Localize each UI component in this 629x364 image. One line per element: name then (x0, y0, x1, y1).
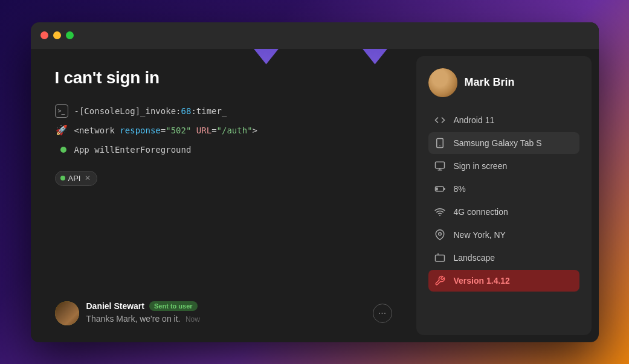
sent-badge: Sent to user (149, 301, 198, 311)
message-body: Daniel Stewart Sent to user Thanks Mark,… (86, 301, 366, 324)
log-network-text: <network response="502" URL="/auth"> (74, 126, 258, 135)
info-row-connection[interactable]: 4G connection (428, 201, 579, 223)
info-list: Android 11 Samsung Galaxy Tab S (428, 109, 579, 292)
message-author: Daniel Stewart (86, 301, 144, 311)
svg-point-7 (438, 232, 441, 235)
svg-rect-5 (436, 187, 437, 190)
svg-rect-2 (435, 162, 444, 168)
message-time: Now (185, 315, 200, 324)
main-content: I can't sign in >_ -[ConsoleLog]_invoke:… (31, 49, 599, 342)
log-console-text: -[ConsoleLog]_invoke:68:timer_ (74, 106, 227, 116)
api-tag[interactable]: API ✕ (55, 171, 98, 186)
title-bar (31, 22, 599, 49)
main-window: I can't sign in >_ -[ConsoleLog]_invoke:… (31, 22, 599, 342)
terminal-icon: >_ (55, 104, 68, 118)
log-entry-foreground: App willEnterForeground (55, 143, 392, 156)
message-header: Daniel Stewart Sent to user (86, 301, 366, 311)
info-row-battery[interactable]: 8% (428, 178, 579, 200)
svg-rect-8 (435, 255, 444, 261)
user-avatar-face (428, 68, 457, 97)
maximize-button[interactable] (66, 31, 74, 39)
android-icon (434, 115, 445, 126)
user-profile: Mark Brin (428, 68, 579, 97)
tag-label: API (68, 174, 81, 183)
info-row-device[interactable]: Samsung Galaxy Tab S (428, 132, 579, 154)
info-row-version[interactable]: Version 1.4.12 (428, 270, 579, 292)
android-text: Android 11 (454, 115, 495, 125)
left-panel: I can't sign in >_ -[ConsoleLog]_invoke:… (31, 49, 416, 342)
svg-point-6 (439, 215, 440, 216)
device-text: Samsung Galaxy Tab S (454, 138, 542, 148)
battery-icon (433, 182, 447, 196)
phone-icon (433, 136, 447, 150)
rocket-icon: 🚀 (55, 124, 68, 137)
message-text-row: Thanks Mark, we're on it. Now (86, 313, 366, 324)
log-entry-console: >_ -[ConsoleLog]_invoke:68:timer_ (55, 104, 392, 118)
connection-text: 4G connection (454, 207, 508, 217)
screen-text: Sign in screen (454, 161, 508, 171)
message-text: Thanks Mark, we're on it. (86, 314, 181, 324)
log-entries: >_ -[ConsoleLog]_invoke:68:timer_ 🚀 <net… (55, 104, 392, 156)
landscape-icon (433, 251, 447, 264)
log-foreground-text: App willEnterForeground (74, 145, 192, 155)
user-name: Mark Brin (465, 76, 515, 89)
info-row-orientation[interactable]: Landscape (428, 247, 579, 269)
screen-icon (433, 159, 447, 173)
location-icon (433, 228, 447, 241)
info-row-screen[interactable]: Sign in screen (428, 155, 579, 177)
wifi-icon (433, 205, 447, 219)
version-text: Version 1.4.12 (454, 276, 510, 286)
tags-row: API ✕ (55, 171, 392, 186)
right-panel: Mark Brin Android 11 (416, 56, 592, 335)
code-icon (433, 113, 447, 127)
location-text: New York, NY (454, 230, 506, 240)
tag-close-button[interactable]: ✕ (85, 174, 91, 182)
traffic-lights (40, 31, 74, 39)
orientation-text: Landscape (454, 253, 495, 263)
chat-message: Daniel Stewart Sent to user Thanks Mark,… (55, 301, 392, 325)
avatar (55, 301, 79, 325)
wrench-icon (433, 274, 447, 287)
close-button[interactable] (40, 31, 48, 39)
tag-dot (60, 176, 65, 180)
info-row-android[interactable]: Android 11 (428, 109, 579, 131)
minimize-button[interactable] (53, 31, 61, 39)
page-title: I can't sign in (55, 68, 392, 88)
info-row-location[interactable]: New York, NY (428, 224, 579, 246)
log-entry-network: 🚀 <network response="502" URL="/auth"> (55, 124, 392, 137)
user-avatar (428, 68, 457, 97)
battery-text: 8% (454, 184, 466, 194)
more-options-button[interactable]: ··· (373, 304, 392, 323)
dot-icon (55, 143, 68, 156)
